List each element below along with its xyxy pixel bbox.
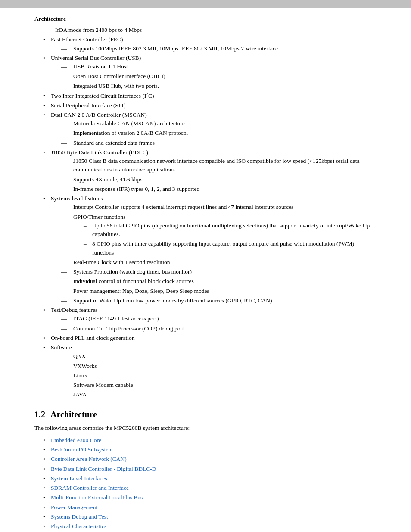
section-number: 1.2 <box>34 410 45 420</box>
list-item: JAVA <box>61 390 377 399</box>
link-sdram[interactable]: SDRAM Controller and Interface <box>51 485 129 491</box>
list-item: Implementation of version 2.0A/B CAN pro… <box>61 129 377 137</box>
list-item: Motorola Scalable CAN (MSCAN) architectu… <box>61 119 377 128</box>
main-bullet-list: IrDA mode from 2400 bps to 4 Mbps Fast E… <box>43 26 377 399</box>
list-item: Supports 4X mode, 41.6 kbps <box>61 175 377 184</box>
sub-list: J1850 Class B data communication network… <box>61 157 377 193</box>
list-item: Two Inter-Integrated Circuit Interfaces … <box>43 91 377 100</box>
list-item: Linux <box>61 371 377 380</box>
irda-sub: IrDA mode from 2400 bps to 4 Mbps <box>43 26 377 34</box>
list-item: Up to 56 total GPIO pins (depending on f… <box>84 221 377 239</box>
top-bar <box>0 0 411 8</box>
list-item: SDRAM Controller and Interface <box>43 484 377 492</box>
link-bdlc[interactable]: Byte Data Link Controller - Digital BDLC… <box>51 466 156 472</box>
link-localplus[interactable]: Multi-Function External LocalPlus Bus <box>51 494 143 501</box>
list-item: Controller Area Network (CAN) <box>43 455 377 464</box>
section-12-link-list: Embedded e300 Core BestComm I/O Subsyste… <box>43 436 377 531</box>
section-name: Architecture <box>50 410 97 420</box>
list-item: Byte Data Link Controller - Digital BDLC… <box>43 465 377 473</box>
sub-list: Interrupt Controller supports 4 external… <box>61 203 377 305</box>
link-power-management[interactable]: Power Management <box>51 504 97 510</box>
list-item: Embedded e300 Core <box>43 436 377 445</box>
list-item: IrDA mode from 2400 bps to 4 Mbps <box>43 26 377 34</box>
sub-sub-list: Up to 56 total GPIO pins (depending on f… <box>84 221 377 257</box>
list-item: Systems Protection (watch dog timer, bus… <box>61 268 377 276</box>
list-item: Multi-Function External LocalPlus Bus <box>43 493 377 502</box>
list-item: Fast Ethernet Controller (FEC) Supports … <box>43 35 377 53</box>
list-item: Open Host Controller Interface (OHCI) <box>61 72 377 81</box>
list-item: VXWorks <box>61 362 377 370</box>
list-item: Real-time Clock with 1 second resolution <box>61 258 377 267</box>
link-bestcomm[interactable]: BestComm I/O Subsystem <box>51 446 113 453</box>
list-item: In-frame response (IFR) types 0, 1, 2, a… <box>61 185 377 193</box>
list-item: Serial Peripheral Interface (SPI) <box>43 101 377 110</box>
sub-list: USB Revision 1.1 Host Open Host Controll… <box>61 62 377 90</box>
list-item: Test/Debug features JTAG (IEEE 1149.1 te… <box>43 306 377 333</box>
content: Architecture IrDA mode from 2400 bps to … <box>0 8 411 532</box>
list-item: Physical Characteristics <box>43 522 377 531</box>
list-item: Standard and extended data frames <box>61 139 377 147</box>
list-item: JTAG (IEEE 1149.1 test access port) <box>61 314 377 323</box>
section-12-intro: The following areas comprise the MPC5200… <box>34 424 377 432</box>
list-item: Power management: Nap, Doze, Sleep, Deep… <box>61 287 377 296</box>
link-systems-debug[interactable]: Systems Debug and Test <box>51 513 108 520</box>
list-item: On-board PLL and clock generation <box>43 334 377 342</box>
list-item: Individual control of functional block c… <box>61 277 377 286</box>
link-embedded-e300[interactable]: Embedded e300 Core <box>51 437 101 443</box>
sub-list: QNX VXWorks Linux Software Modem capable… <box>61 352 377 399</box>
list-item: QNX <box>61 352 377 361</box>
list-item: Interrupt Controller supports 4 external… <box>61 203 377 212</box>
sub-list: Motorola Scalable CAN (MSCAN) architectu… <box>61 119 377 147</box>
list-item: J1850 Class B data communication network… <box>61 157 377 174</box>
list-item: Software QNX VXWorks Linux Software Mode… <box>43 343 377 399</box>
list-item: Systems Debug and Test <box>43 513 377 521</box>
list-item: GPIO/Timer functions Up to 56 total GPIO… <box>61 213 377 257</box>
link-physical-characteristics[interactable]: Physical Characteristics <box>51 523 106 529</box>
list-item: Power Management <box>43 503 377 512</box>
list-item: Systems level features Interrupt Control… <box>43 194 377 305</box>
page: Architecture IrDA mode from 2400 bps to … <box>0 0 411 532</box>
list-item: BestComm I/O Subsystem <box>43 445 377 454</box>
list-item: Integrated USB Hub, with two ports. <box>61 82 377 90</box>
section-heading: Architecture <box>34 16 377 22</box>
list-item: Software Modem capable <box>61 381 377 389</box>
section-12-title: 1.2 Architecture <box>34 410 377 420</box>
sub-list: Supports 100Mbps IEEE 802.3 MII, 10Mbps … <box>61 44 377 53</box>
list-item: Common On-Chip Processor (COP) debug por… <box>61 324 377 333</box>
list-item: System Level Interfaces <box>43 474 377 483</box>
list-item: Supports 100Mbps IEEE 802.3 MII, 10Mbps … <box>61 44 377 53</box>
list-item: Support of Wake Up from low power modes … <box>61 296 377 305</box>
link-can[interactable]: Controller Area Network (CAN) <box>51 456 127 462</box>
list-item: 8 GPIO pins with timer capability suppor… <box>84 240 377 257</box>
sub-list: JTAG (IEEE 1149.1 test access port) Comm… <box>61 314 377 333</box>
list-item: Dual CAN 2.0 A/B Controller (MSCAN) Moto… <box>43 111 377 147</box>
list-item: USB Revision 1.1 Host <box>61 62 377 71</box>
link-system-level-interfaces[interactable]: System Level Interfaces <box>51 475 107 482</box>
list-item: Universal Serial Bus Controller (USB) US… <box>43 54 377 90</box>
list-item: J1850 Byte Data Link Controller (BDLC) J… <box>43 148 377 193</box>
